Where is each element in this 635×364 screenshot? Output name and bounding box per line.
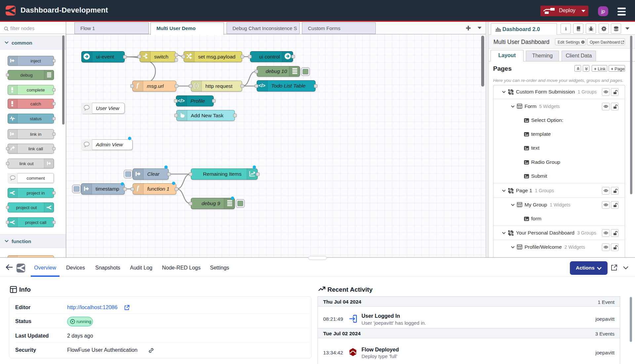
svg-text:i: i — [565, 26, 567, 31]
svg-text:</>: </> — [259, 83, 265, 88]
svg-text:</>: </> — [178, 98, 185, 103]
svg-text:f: f — [137, 185, 140, 191]
svg-text:f: f — [137, 82, 139, 89]
